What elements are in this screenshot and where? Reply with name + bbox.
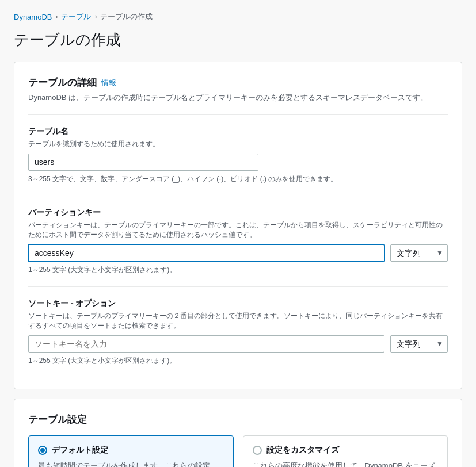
table-name-input[interactable] bbox=[28, 154, 258, 171]
partition-key-input[interactable] bbox=[28, 244, 384, 262]
table-details-desc: DynamoDB は、テーブルの作成時にテーブル名とプライマリーキーのみを必要と… bbox=[28, 93, 448, 103]
table-settings-header: テーブル設定 bbox=[28, 413, 448, 426]
table-name-field-group: テーブル名 テーブルを識別するために使用されます。 3～255 文字で、文字、数… bbox=[28, 127, 448, 184]
settings-options: デフォルト設定 最も短時間でテーブルを作成します。これらの設定は、今すぐ変更する… bbox=[28, 435, 448, 467]
table-name-sublabel: テーブルを識別するために使用されます。 bbox=[28, 139, 448, 149]
partition-key-label: パーティションキー bbox=[28, 208, 448, 218]
page-title: テーブルの作成 bbox=[14, 30, 462, 50]
table-name-label: テーブル名 bbox=[28, 127, 448, 137]
table-details-header: テーブルの詳細 情報 bbox=[28, 76, 448, 89]
divider-1 bbox=[28, 114, 448, 115]
default-option-desc: 最も短時間でテーブルを作成します。これらの設定は、今すぐ変更するか、テーブルの作… bbox=[38, 460, 224, 467]
breadcrumb-table[interactable]: テーブル bbox=[61, 12, 91, 22]
table-name-hint: 3～255 文字で、文字、数字、アンダースコア (_)、ハイフン (-)、ピリオ… bbox=[28, 174, 448, 184]
breadcrumb-current: テーブルの作成 bbox=[100, 12, 153, 22]
info-link[interactable]: 情報 bbox=[101, 78, 116, 88]
table-settings-title: テーブル設定 bbox=[28, 413, 87, 426]
sort-key-row: 文字列 数値 バイナリ ▼ bbox=[28, 335, 448, 353]
breadcrumb-sep-2: › bbox=[94, 13, 97, 21]
table-details-title: テーブルの詳細 bbox=[28, 76, 97, 89]
sort-key-label: ソートキー - オプション bbox=[28, 298, 448, 309]
radio-customize[interactable] bbox=[253, 446, 262, 455]
customize-option-header: 設定をカスタマイズ bbox=[253, 445, 439, 455]
sort-key-hint: 1～255 文字 (大文字と小文字が区別されます)。 bbox=[28, 356, 448, 366]
default-option-title: デフォルト設定 bbox=[52, 445, 108, 455]
sort-key-input[interactable] bbox=[28, 335, 384, 353]
settings-option-customize[interactable]: 設定をカスタマイズ これらの高度な機能を使用して、DynamoDB をニーズに合… bbox=[243, 435, 448, 467]
radio-default[interactable] bbox=[38, 446, 47, 455]
breadcrumb-sep-1: › bbox=[55, 13, 58, 21]
sort-key-field-group: ソートキー - オプション ソートキーは、テーブルのプライマリーキーの２番目の部… bbox=[28, 298, 448, 366]
customize-option-desc: これらの高度な機能を使用して、DynamoDB をニーズに合わせて設定できます。 bbox=[253, 460, 439, 467]
settings-option-default[interactable]: デフォルト設定 最も短時間でテーブルを作成します。これらの設定は、今すぐ変更する… bbox=[28, 435, 234, 467]
table-settings-section: テーブル設定 デフォルト設定 最も短時間でテーブルを作成します。これらの設定は、… bbox=[14, 399, 462, 467]
divider-3 bbox=[28, 286, 448, 287]
sort-key-type-wrapper: 文字列 数値 バイナリ ▼ bbox=[390, 335, 448, 353]
breadcrumb: DynamoDB › テーブル › テーブルの作成 bbox=[14, 12, 462, 22]
partition-key-hint: 1～255 文字 (大文字と小文字が区別されます)。 bbox=[28, 265, 448, 275]
partition-key-desc: パーティションキーは、テーブルのプライマリーキーの一部です。これは、テーブルから… bbox=[28, 220, 448, 240]
partition-key-type-select[interactable]: 文字列 数値 バイナリ bbox=[390, 244, 448, 262]
table-details-section: テーブルの詳細 情報 DynamoDB は、テーブルの作成時にテーブル名とプライ… bbox=[14, 62, 462, 389]
partition-key-field-group: パーティションキー パーティションキーは、テーブルのプライマリーキーの一部です。… bbox=[28, 208, 448, 275]
partition-key-row: 文字列 数値 バイナリ ▼ bbox=[28, 244, 448, 262]
divider-2 bbox=[28, 196, 448, 196]
sort-key-desc: ソートキーは、テーブルのプライマリーキーの２番目の部分として使用できます。ソート… bbox=[28, 311, 448, 331]
partition-key-type-wrapper: 文字列 数値 バイナリ ▼ bbox=[390, 244, 448, 262]
customize-option-title: 設定をカスタマイズ bbox=[266, 445, 339, 455]
sort-key-type-select[interactable]: 文字列 数値 バイナリ bbox=[390, 335, 448, 353]
default-option-header: デフォルト設定 bbox=[38, 445, 224, 455]
breadcrumb-dynamodb[interactable]: DynamoDB bbox=[14, 13, 52, 21]
